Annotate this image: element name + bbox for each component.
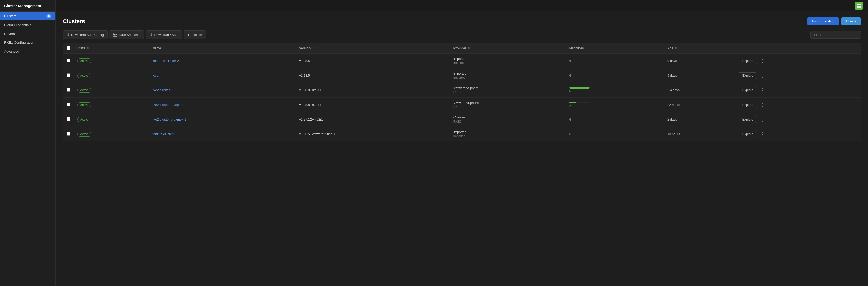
machine-count: 6 <box>569 132 571 136</box>
row-checkbox-cell[interactable] <box>63 127 74 141</box>
explore-button[interactable]: Explore <box>739 131 757 137</box>
download-yaml-icon: ⬇ <box>150 33 153 37</box>
filter-input[interactable] <box>810 31 861 39</box>
explore-button[interactable]: Explore <box>739 116 757 123</box>
row-age: 9 days <box>664 53 735 68</box>
row-machines: 6 <box>566 112 664 127</box>
col-provider[interactable]: Provider ⇅ <box>450 43 566 53</box>
row-action-cell: Explore ⋮ <box>735 127 861 141</box>
more-actions-button[interactable]: ⋮ <box>759 102 767 108</box>
delete-button[interactable]: 🗑 Delete <box>184 30 206 39</box>
row-action-cell: Explore ⋮ <box>735 83 861 98</box>
machine-count: 6 <box>569 59 571 63</box>
chevron-right-icon: › <box>50 50 51 53</box>
row-checkbox-cell[interactable] <box>63 112 74 127</box>
machine-bar-wrap <box>569 87 590 89</box>
page-title: Clusters <box>63 18 85 25</box>
sidebar-item-drivers[interactable]: Drivers <box>0 29 55 38</box>
sort-version-icon: ⇅ <box>312 47 314 50</box>
sidebar-item-rke1[interactable]: RKE1 Configuration › <box>0 38 55 47</box>
row-version: v1.27.12+rke2r1 <box>296 112 450 127</box>
status-badge: Active <box>78 73 91 78</box>
cluster-link[interactable]: rke2-cluster-proxmox-1 <box>153 117 187 121</box>
col-version[interactable]: Version ⇅ <box>296 43 450 53</box>
row-action-cell: Explore ⋮ <box>735 112 861 127</box>
sidebar-item-cloud-credentials[interactable]: Cloud Credentials <box>0 21 55 29</box>
more-options-icon[interactable]: ⋮ <box>844 3 849 9</box>
row-checkbox[interactable] <box>67 59 70 62</box>
provider-main: Imported <box>454 57 562 61</box>
row-checkbox[interactable] <box>67 103 70 106</box>
row-name: tanzuz-cluster-1 <box>149 127 296 141</box>
status-badge: Active <box>78 132 91 137</box>
row-provider: Custom RKE2 <box>450 112 566 127</box>
row-provider: Imported Imported <box>450 68 566 83</box>
more-actions-button[interactable]: ⋮ <box>759 58 767 64</box>
take-snapshot-button[interactable]: 📷 Take Snapshot <box>109 30 144 39</box>
explore-button[interactable]: Explore <box>739 58 757 64</box>
more-actions-button[interactable]: ⋮ <box>759 87 767 94</box>
cluster-link[interactable]: rke2-cluster-1 <box>153 88 173 92</box>
provider-main: VMware vSphere <box>454 86 562 90</box>
row-version: v1.26.5+vmware.2-fips.1 <box>296 127 450 141</box>
row-state: Active <box>74 53 149 68</box>
row-version: v1.28.8+rke2r1 <box>296 98 450 112</box>
row-name: rke2-cluster-2-vsphere <box>149 98 296 112</box>
explore-button[interactable]: Explore <box>739 102 757 108</box>
row-machines: 6 <box>566 127 664 141</box>
row-checkbox[interactable] <box>67 117 70 121</box>
create-button[interactable]: Create <box>841 17 861 25</box>
sidebar-item-advanced[interactable]: Advanced › <box>0 47 55 56</box>
sidebar-item-label: Clusters <box>4 14 17 18</box>
machine-count: 2 <box>569 104 571 108</box>
sidebar-item-label: Cloud Credentials <box>4 23 31 27</box>
row-checkbox[interactable] <box>67 73 70 77</box>
row-checkbox-cell[interactable] <box>63 53 74 68</box>
more-actions-button[interactable]: ⋮ <box>759 72 767 79</box>
row-name: k8s-prod-cluster-2 <box>149 53 296 68</box>
row-name: rke2-cluster-1 <box>149 83 296 98</box>
row-checkbox[interactable] <box>67 88 70 92</box>
table-row: Active rke2-cluster-1 v1.28.8+rke2r1 VMw… <box>63 83 861 98</box>
sort-name-icon: ↓ <box>163 47 164 50</box>
delete-label: Delete <box>193 33 202 37</box>
row-checkbox[interactable] <box>67 132 70 136</box>
explore-button[interactable]: Explore <box>739 87 757 94</box>
provider-main: Imported <box>454 71 562 75</box>
col-state[interactable]: State ⇅ <box>74 43 149 53</box>
provider-sub: Imported <box>454 61 562 65</box>
cluster-link[interactable]: rke2-cluster-2-vsphere <box>153 103 185 107</box>
row-machines: 2 <box>566 98 664 112</box>
download-kubeconfig-button[interactable]: ⬇ Download KubeConfig <box>63 30 107 39</box>
table-row: Active rke2-cluster-proxmox-1 v1.27.12+r… <box>63 112 861 127</box>
download-yaml-button[interactable]: ⬇ Download YAML <box>146 30 182 39</box>
col-machines: Machines <box>566 43 664 53</box>
sidebar-item-clusters[interactable]: Clusters 6 <box>0 12 55 21</box>
cluster-link[interactable]: tanzuz-cluster-1 <box>153 132 176 136</box>
col-age[interactable]: Age ⇅ <box>664 43 735 53</box>
row-age: 2.4 days <box>664 83 735 98</box>
col-name[interactable]: Name ↓ <box>149 43 296 53</box>
row-state: Active <box>74 127 149 141</box>
select-all-checkbox-cell[interactable] <box>63 43 74 53</box>
status-badge: Active <box>78 102 91 107</box>
cluster-link[interactable]: k8s-prod-cluster-2 <box>153 59 179 63</box>
topbar-right: ⋮ <box>844 2 863 10</box>
more-actions-button[interactable]: ⋮ <box>759 116 767 123</box>
row-name: local <box>149 68 296 83</box>
select-all-checkbox[interactable] <box>67 46 70 50</box>
row-checkbox-cell[interactable] <box>63 68 74 83</box>
topbar: ⋮ <box>56 0 868 11</box>
explore-button[interactable]: Explore <box>739 72 757 79</box>
provider-main: Custom <box>454 115 562 119</box>
download-yaml-label: Download YAML <box>154 33 178 37</box>
row-checkbox-cell[interactable] <box>63 98 74 112</box>
row-checkbox-cell[interactable] <box>63 83 74 98</box>
svg-rect-0 <box>857 4 859 5</box>
provider-sub: RKE2 <box>454 91 562 94</box>
cluster-link[interactable]: local <box>153 74 159 77</box>
row-version: v1.28.5 <box>296 68 450 83</box>
import-existing-button[interactable]: Import Existing <box>807 17 839 25</box>
more-actions-button[interactable]: ⋮ <box>759 131 767 137</box>
svg-rect-3 <box>859 6 861 8</box>
